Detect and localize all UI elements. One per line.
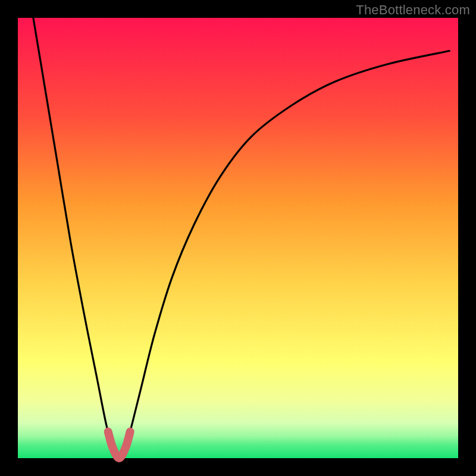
plot-background: [18, 18, 458, 458]
chart-frame: TheBottleneck.com: [0, 0, 476, 476]
watermark-text: TheBottleneck.com: [356, 2, 470, 18]
bottleneck-chart: [0, 0, 476, 476]
